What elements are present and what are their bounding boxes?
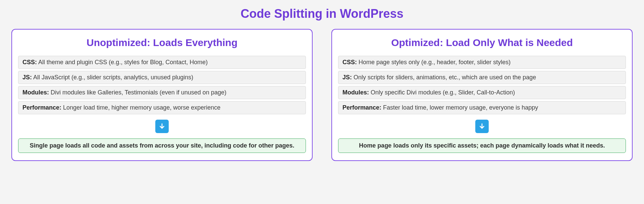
panel-optimized: Optimized: Load Only What is Needed CSS:… — [331, 29, 633, 161]
panels-row: Unoptimized: Loads Everything CSS: All t… — [11, 29, 633, 161]
arrow-down-container — [338, 120, 626, 133]
item-text: Only specific Divi modules (e.g., Slider… — [369, 89, 515, 96]
item-text: All theme and plugin CSS (e.g., styles f… — [37, 59, 208, 66]
arrow-down-icon — [475, 120, 489, 133]
list-item: Performance: Faster load time, lower mem… — [338, 101, 626, 114]
item-label: CSS: — [342, 59, 357, 66]
list-item: Modules: Only specific Divi modules (e.g… — [338, 86, 626, 99]
list-item: Modules: Divi modules like Galleries, Te… — [18, 86, 306, 99]
item-text: Only scripts for sliders, animations, et… — [352, 74, 536, 81]
item-label: JS: — [22, 74, 32, 81]
item-text: Home page styles only (e.g., header, foo… — [357, 59, 511, 66]
list-item: Performance: Longer load time, higher me… — [18, 101, 306, 114]
item-label: Modules: — [342, 89, 369, 96]
item-label: Performance: — [342, 104, 381, 111]
item-label: Performance: — [22, 104, 61, 111]
item-label: Modules: — [22, 89, 49, 96]
arrow-down-container — [18, 120, 306, 133]
list-item: CSS: Home page styles only (e.g., header… — [338, 56, 626, 69]
item-label: CSS: — [22, 59, 37, 66]
item-text: Divi modules like Galleries, Testimonial… — [49, 89, 226, 96]
item-text: Faster load time, lower memory usage, ev… — [381, 104, 538, 111]
panel-unoptimized: Unoptimized: Loads Everything CSS: All t… — [11, 29, 313, 161]
summary-optimized: Home page loads only its specific assets… — [338, 138, 626, 153]
panel-title-optimized: Optimized: Load Only What is Needed — [338, 37, 626, 48]
list-item: CSS: All theme and plugin CSS (e.g., sty… — [18, 56, 306, 69]
list-item: JS: All JavaScript (e.g., slider scripts… — [18, 71, 306, 84]
list-item: JS: Only scripts for sliders, animations… — [338, 71, 626, 84]
page-title: Code Splitting in WordPress — [11, 7, 633, 21]
item-text: All JavaScript (e.g., slider scripts, an… — [32, 74, 193, 81]
panel-title-unoptimized: Unoptimized: Loads Everything — [18, 37, 306, 48]
summary-unoptimized: Single page loads all code and assets fr… — [18, 138, 306, 153]
item-text: Longer load time, higher memory usage, w… — [61, 104, 220, 111]
item-label: JS: — [342, 74, 352, 81]
arrow-down-icon — [155, 120, 169, 133]
